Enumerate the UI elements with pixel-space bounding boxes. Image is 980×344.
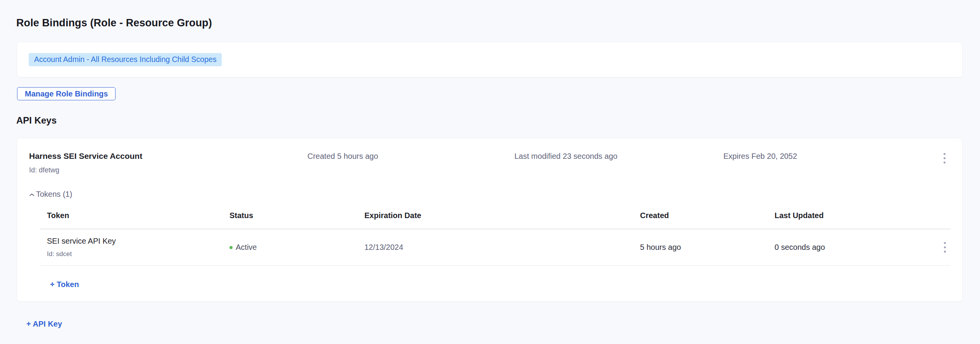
api-key-card-header: Harness SEI Service Account Id: dfetwg C…	[29, 151, 950, 174]
active-status-dot	[229, 246, 233, 249]
tokens-table: Token Status Expiration Date Created Las…	[40, 204, 951, 266]
tokens-toggle-label: Tokens (1)	[36, 190, 72, 199]
token-status: Active	[229, 243, 364, 252]
page-title: Role Bindings (Role - Resource Group)	[16, 17, 980, 29]
api-key-last-modified: Last modified 23 seconds ago	[514, 151, 723, 161]
column-header-expiration: Expiration Date	[364, 211, 640, 220]
api-keys-heading: API Keys	[16, 115, 980, 126]
token-status-label: Active	[236, 243, 257, 252]
column-header-token: Token	[47, 211, 229, 220]
api-key-card: Harness SEI Service Account Id: dfetwg C…	[17, 138, 963, 302]
api-key-id: Id: dfetwg	[29, 166, 307, 174]
api-key-expires: Expires Feb 20, 2052	[723, 151, 933, 161]
role-binding-badge: Account Admin - All Resources Including …	[29, 53, 222, 67]
api-key-name: Harness SEI Service Account	[29, 151, 307, 161]
token-name: SEI service API Key	[47, 237, 229, 246]
token-created: 5 hours ago	[640, 243, 775, 252]
token-table-row: SEI service API Key Id: sdcet Active 12/…	[40, 229, 951, 266]
tokens-table-header-row: Token Status Expiration Date Created Las…	[40, 204, 951, 229]
column-header-status: Status	[229, 211, 364, 220]
role-bindings-card: Account Admin - All Resources Including …	[17, 42, 963, 77]
api-key-identity: Harness SEI Service Account Id: dfetwg	[29, 151, 307, 174]
token-identity: SEI service API Key Id: sdcet	[47, 237, 229, 258]
manage-role-bindings-button[interactable]: Manage Role Bindings	[17, 87, 116, 100]
api-key-kebab-menu-icon[interactable]	[939, 151, 950, 165]
tokens-collapse-toggle[interactable]: Tokens (1)	[29, 190, 72, 199]
column-header-created: Created	[640, 211, 775, 220]
add-token-button[interactable]: + Token	[50, 280, 79, 289]
token-kebab-menu-icon[interactable]	[939, 241, 951, 254]
column-header-last-updated: Last Updated	[775, 211, 931, 220]
token-expiration-date: 12/13/2024	[364, 243, 640, 252]
chevron-up-icon	[29, 193, 35, 197]
add-api-key-button[interactable]: + API Key	[26, 320, 62, 329]
token-last-updated: 0 seconds ago	[775, 243, 931, 252]
account-details-page: Role Bindings (Role - Resource Group) Ac…	[0, 17, 980, 344]
api-key-created: Created 5 hours ago	[307, 151, 514, 161]
token-id: Id: sdcet	[47, 250, 229, 258]
